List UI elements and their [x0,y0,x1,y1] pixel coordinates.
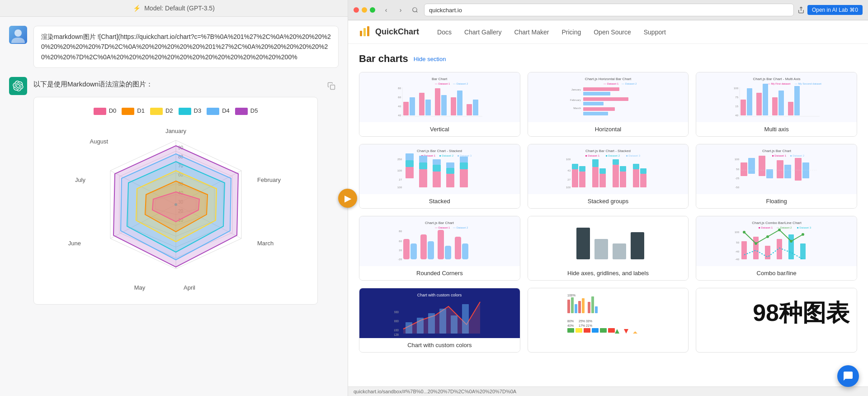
chart-card-vertical[interactable]: Bar Chart — Dataset 1 — Dataset 2 [359,72,520,137]
browser-actions: Open in AI Lab ⌘0 [797,5,863,15]
site-logo[interactable]: QuickChart [359,24,419,39]
chart-card-floating[interactable]: Chart.js Bar Chart ■ Dataset 1 ■ Dataset… [696,144,857,209]
chart-preview-combo: Chart.js Combo Bar/Line Chart ■ Dataset … [696,216,857,266]
arrow-connector: ▶ [338,189,357,208]
svg-text:Chart.js Bar Chart - Multi Axi: Chart.js Bar Chart - Multi Axis [753,77,800,81]
svg-text:60: 60 [399,240,402,243]
svg-text:Chart.js Bar Chart: Chart.js Bar Chart [425,221,454,225]
hide-section-link[interactable]: Hide section [414,56,446,62]
svg-rect-52 [451,97,456,115]
svg-rect-122 [592,167,599,187]
svg-rect-212 [588,302,590,313]
nav-chart-maker[interactable]: Chart Maker [514,28,549,36]
share-icon[interactable] [797,6,805,14]
copy-button[interactable] [324,79,339,93]
svg-rect-102 [433,165,441,172]
svg-rect-159 [420,234,427,259]
svg-rect-144 [766,169,773,178]
svg-rect-107 [460,169,468,187]
legend-item-d0: D0 [94,106,117,116]
chart-preview-hide-axes [528,216,689,266]
svg-rect-170 [594,239,608,259]
site-content: Bar charts Hide section Bar Chart — Data… [348,44,868,386]
svg-rect-68 [583,102,604,105]
browser-chrome: ‹ › quickchart.io Open in AI Lab ⌘0 [348,0,868,20]
chat-icon [843,371,854,382]
chart-card-stacked[interactable]: Chart.js Bar Chart - Stacked ■ Dataset 1… [359,144,520,209]
traffic-lights [354,7,375,13]
chart-card-horizontal[interactable]: Chart.js Horizontal Bar Chart — Dataset … [528,72,689,137]
address-bar[interactable]: quickchart.io [424,4,794,16]
svg-rect-162 [445,246,451,259]
chart-card-custom-colors[interactable]: Chart with custom colors 500 300 1 [359,288,520,353]
chart-card-98[interactable]: 98种图表 [696,288,857,353]
svg-text:43: 43 [567,169,571,172]
svg-rect-84 [794,86,800,115]
legend-item-d4: D4 [207,106,230,116]
minimize-traffic-light[interactable] [362,7,367,13]
svg-rect-177 [741,241,747,259]
svg-text:— Dataset 2: — Dataset 2 [453,82,468,85]
svg-rect-208 [571,297,574,313]
chart-card-combo[interactable]: Chart.js Combo Bar/Line Chart ■ Dataset … [696,216,857,281]
legend-item-d1: D1 [122,106,145,116]
svg-text:40: 40 [398,105,401,108]
svg-text:■ Dataset 1: ■ Dataset 1 [772,154,787,157]
svg-text:100: 100 [566,158,571,161]
nav-support[interactable]: Support [644,28,666,36]
search-icon[interactable] [410,5,420,15]
svg-rect-179 [765,246,770,259]
chat-fab-button[interactable] [837,365,859,387]
section-title: Bar charts [359,53,408,65]
svg-rect-143 [759,156,765,176]
svg-text:100: 100 [566,186,571,189]
svg-rect-48 [419,93,425,115]
svg-rect-222 [592,328,599,333]
chart-card-stacked-groups[interactable]: Chart.js Bar Chart - Stacked ■ Dataset 1… [528,144,689,209]
svg-rect-126 [613,165,619,187]
svg-rect-79 [756,93,762,115]
chart-label-combo: Combo bar/line [696,266,857,280]
svg-text:■ Dataset 3: ■ Dataset 3 [797,226,811,229]
svg-text:Bar Chart: Bar Chart [432,77,448,81]
nav-open-source[interactable]: Open Source [594,28,631,36]
chart-card-multi-axis[interactable]: Chart.js Bar Chart - Multi Axis — My Fir… [696,72,857,137]
svg-rect-42 [367,26,369,36]
chart-preview-custom-colors: Chart with custom colors 500 300 1 [359,288,520,338]
forward-button[interactable]: › [395,5,406,15]
svg-rect-49 [425,100,431,115]
svg-rect-41 [363,28,366,36]
svg-rect-207 [567,300,570,313]
svg-rect-200 [451,315,458,334]
svg-text:■ Dataset 2: ■ Dataset 2 [606,154,620,157]
back-button[interactable]: ‹ [381,5,392,15]
svg-rect-172 [631,232,644,259]
svg-text:■ Dataset 1: ■ Dataset 1 [759,226,773,229]
legend-label-d1: D1 [137,106,145,116]
chart-card-rounded[interactable]: Chart.js Bar Chart — Dataset 1 — Dataset… [359,216,520,281]
chart-preview-vertical: Bar Chart — Dataset 1 — Dataset 2 [359,72,520,122]
statusbar-url: quickchart.io/sandbox/#%7B%0...20%20%7D%… [354,389,516,394]
chart-legend: D0 D1 D2 D3 [43,106,308,116]
nav-docs[interactable]: Docs [437,28,452,36]
maximize-traffic-light[interactable] [370,7,375,13]
chart-preview-small-charts: 100% 80% 40% 25% 33% [528,288,689,338]
nav-pricing[interactable]: Pricing [561,28,581,36]
svg-marker-227 [633,331,637,334]
svg-text:-25: -25 [735,177,739,180]
open-ai-lab-button[interactable]: Open in AI Lab ⌘0 [807,5,863,15]
svg-text:Chart.js Horizontal Bar Chart: Chart.js Horizontal Bar Chart [585,77,632,81]
svg-text:100: 100 [397,169,402,172]
section-header: Bar charts Hide section [359,53,857,65]
svg-rect-78 [747,88,752,115]
close-traffic-light[interactable] [354,7,359,13]
nav-chart-gallery[interactable]: Chart Gallery [464,28,501,36]
legend-item-d2: D2 [150,106,173,116]
svg-text:■ Dataset 1: ■ Dataset 1 [585,154,600,157]
chart-card-small-charts[interactable]: 100% 80% 40% 25% 33% [528,288,689,353]
svg-point-39 [413,8,417,12]
svg-rect-209 [575,304,577,313]
chart-card-hide-axes[interactable]: Hide axes, gridlines, and labels [528,216,689,281]
svg-text:60: 60 [398,96,401,99]
svg-rect-178 [753,237,759,259]
